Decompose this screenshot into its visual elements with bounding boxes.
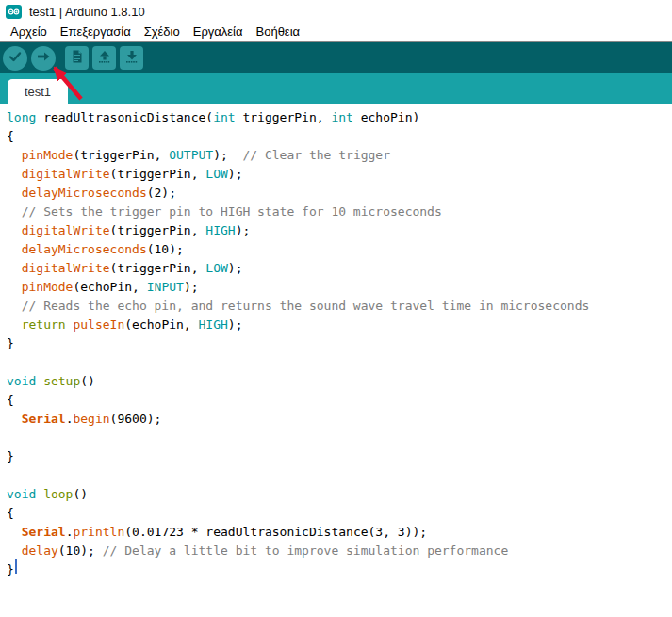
code-line: pinMode(echoPin, INPUT); [7,278,672,297]
arrow-right-icon [35,48,52,68]
code-line [7,466,672,485]
code-line [7,353,672,372]
check-icon [7,48,24,68]
menu-item-1[interactable]: Επεξεργασία [54,24,138,39]
code-line: // Reads the echo pin, and returns the s… [7,297,672,316]
arrow-down-icon [124,49,139,67]
code-line: long readUltrasonicDistance(int triggerP… [7,108,672,127]
upload-button[interactable] [31,46,56,71]
menu-bar: ΑρχείοΕπεξεργασίαΣχέδιοΕργαλείαΒοήθεια [0,23,672,41]
text-cursor [15,559,17,574]
code-line: pinMode(triggerPin, OUTPUT); // Clear th… [7,146,672,165]
arrow-up-icon [97,49,112,67]
code-line: delayMicroseconds(2); [7,184,672,203]
tab-test1[interactable]: test1 [8,79,68,104]
new-sketch-button[interactable] [65,46,89,70]
code-line: // Sets the trigger pin to HIGH state fo… [7,203,672,221]
arduino-logo-icon [6,5,22,19]
code-line: { [7,504,672,523]
code-line: } [7,560,672,579]
code-line: void loop() [7,485,672,504]
code-line [7,429,672,447]
code-line: } [7,447,672,466]
code-line: Serial.println(0.01723 * readUltrasonicD… [7,523,672,542]
toolbar [0,42,672,73]
code-line: digitalWrite(triggerPin, HIGH); [7,221,672,240]
code-line: Serial.begin(9600); [7,410,672,429]
menu-item-3[interactable]: Εργαλεία [187,24,250,39]
code-line: digitalWrite(triggerPin, LOW); [7,165,672,184]
code-line: digitalWrite(triggerPin, LOW); [7,259,672,278]
code-line: delay(10); // Delay a little bit to impr… [7,542,672,560]
menu-item-2[interactable]: Σχέδιο [138,24,187,39]
window-title: test1 | Arduino 1.8.10 [29,5,145,19]
code-line: void setup() [7,372,672,391]
menu-item-4[interactable]: Βοήθεια [250,24,307,39]
code-area: long readUltrasonicDistance(int triggerP… [7,108,672,579]
tab-bar: test1 [0,73,672,104]
open-sketch-button[interactable] [92,46,116,70]
verify-button[interactable] [3,46,27,71]
title-bar: test1 | Arduino 1.8.10 [0,0,672,23]
save-sketch-button[interactable] [120,46,143,70]
arduino-ide-window: test1 | Arduino 1.8.10 ΑρχείοΕπεξεργασία… [0,0,672,617]
code-line: delayMicroseconds(10); [7,240,672,259]
code-editor[interactable]: long readUltrasonicDistance(int triggerP… [0,104,672,617]
tab-label: test1 [25,85,51,99]
code-line: } [7,334,672,353]
code-line: { [7,127,672,146]
menu-item-0[interactable]: Αρχείο [4,24,54,39]
code-line: return pulseIn(echoPin, HIGH); [7,316,672,334]
document-icon [70,49,85,67]
code-line: { [7,391,672,410]
